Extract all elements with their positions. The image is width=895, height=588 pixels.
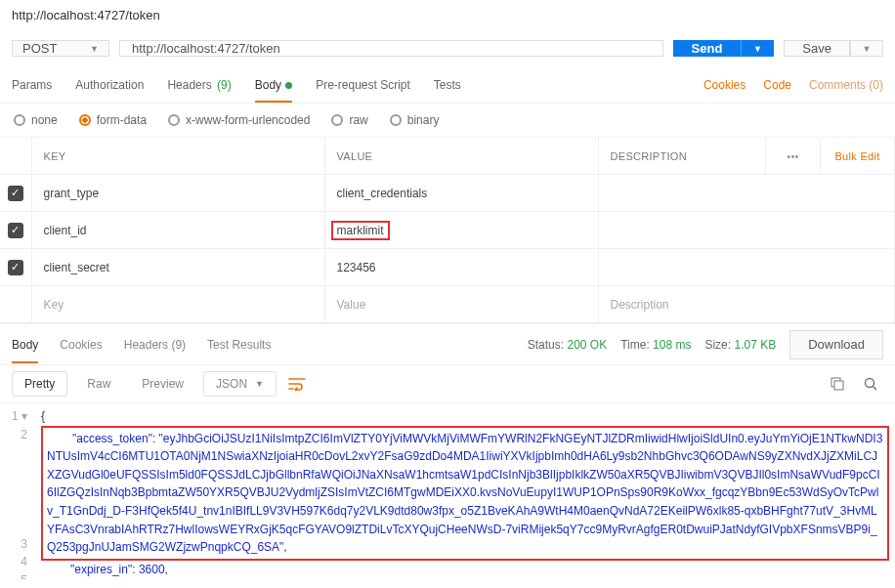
check-header <box>0 138 31 175</box>
svg-rect-1 <box>834 381 843 390</box>
row-checkbox[interactable]: ✓ <box>8 186 23 201</box>
status-meta: Status: 200 OK <box>528 338 607 352</box>
save-options-button[interactable]: ▼ <box>850 40 883 57</box>
copy-button[interactable] <box>825 371 850 397</box>
radio-raw[interactable]: raw <box>331 113 367 127</box>
key-cell[interactable]: grant_type <box>31 175 324 212</box>
chevron-down-icon: ▼ <box>255 379 264 389</box>
save-button[interactable]: Save <box>784 40 850 57</box>
svg-line-3 <box>874 387 877 391</box>
resp-tab-tests[interactable]: Test Results <box>207 326 271 363</box>
key-placeholder[interactable]: Key <box>31 286 324 323</box>
json-value: 3600 <box>139 563 165 576</box>
resp-tab-body[interactable]: Body <box>12 326 38 363</box>
tab-headers-label: Headers <box>167 78 211 92</box>
desc-placeholder[interactable]: Description <box>598 286 895 323</box>
table-row-empty[interactable]: Key Value Description <box>0 286 895 323</box>
row-checkbox[interactable]: ✓ <box>8 223 23 238</box>
table-row[interactable]: ✓ grant_type client_credentials <box>0 175 895 212</box>
size-label: Size: <box>704 338 731 352</box>
tab-tests[interactable]: Tests <box>434 68 461 102</box>
radio-raw-label: raw <box>349 113 367 127</box>
resp-tab-cookies[interactable]: Cookies <box>60 326 102 363</box>
send-button-group: Send ▼ <box>673 40 775 57</box>
radio-xwww-label: x-www-form-urlencoded <box>186 113 310 127</box>
value-placeholder[interactable]: Value <box>324 286 598 323</box>
send-button[interactable]: Send <box>673 40 742 57</box>
radio-form-data[interactable]: form-data <box>79 113 147 127</box>
form-data-table: KEY VALUE DESCRIPTION ••• Bulk Edit ✓ gr… <box>0 137 895 323</box>
view-raw[interactable]: Raw <box>75 372 122 396</box>
table-row[interactable]: ✓ client_id marklimit <box>0 212 895 249</box>
table-row[interactable]: ✓ client_secret 123456 <box>0 249 895 286</box>
radio-formdata-label: form-data <box>97 113 147 127</box>
copy-icon <box>831 377 844 391</box>
cookies-link[interactable]: Cookies <box>703 78 746 92</box>
row-actions-header[interactable]: ••• <box>766 138 821 175</box>
size-value: 1.07 KB <box>734 338 776 352</box>
radio-none[interactable]: none <box>14 113 58 127</box>
search-button[interactable] <box>858 371 883 397</box>
headers-count: (9) <box>217 78 232 92</box>
table-header-row: KEY VALUE DESCRIPTION ••• Bulk Edit <box>0 138 895 175</box>
send-options-button[interactable]: ▼ <box>741 40 774 57</box>
desc-cell[interactable] <box>598 175 895 212</box>
json-key: "access_token" <box>72 432 152 445</box>
response-body: 1 ▾ 2 3 4 5 { "access_token": "eyJhbGciO… <box>0 403 895 579</box>
comments-link[interactable]: Comments (0) <box>809 78 883 92</box>
radio-icon <box>14 114 25 126</box>
tab-authorization[interactable]: Authorization <box>75 68 144 102</box>
view-preview[interactable]: Preview <box>130 372 195 396</box>
time-value: 108 ms <box>653 338 691 352</box>
value-cell[interactable]: marklimit <box>324 212 598 249</box>
radio-icon <box>168 114 180 126</box>
body-activity-dot-icon <box>285 82 292 89</box>
json-value: "eyJhbGciOiJSUzI1NiIsImtpZCI6ImVlZTY0YjV… <box>47 432 882 555</box>
bulk-edit-link[interactable]: Bulk Edit <box>821 138 895 175</box>
chevron-down-icon: ▼ <box>90 44 99 54</box>
url-value: http://localhost:4727/token <box>132 41 280 56</box>
radio-binary[interactable]: binary <box>390 113 440 127</box>
body-type-row: none form-data x-www-form-urlencoded raw… <box>0 104 895 137</box>
size-meta: Size: 1.07 KB <box>704 338 776 352</box>
tab-params[interactable]: Params <box>12 68 52 102</box>
tab-prerequest[interactable]: Pre-request Script <box>316 68 410 102</box>
row-checkbox[interactable]: ✓ <box>8 260 23 275</box>
key-cell[interactable]: client_id <box>31 212 324 249</box>
wrap-toggle-button[interactable] <box>284 371 310 397</box>
save-button-group: Save ▼ <box>784 40 883 57</box>
value-cell[interactable]: 123456 <box>324 249 598 286</box>
desc-cell[interactable] <box>598 249 895 286</box>
key-cell[interactable]: client_secret <box>31 249 324 286</box>
radio-icon <box>331 114 343 126</box>
format-value: JSON <box>216 377 247 391</box>
url-input[interactable]: http://localhost:4727/token <box>119 40 663 57</box>
code-link[interactable]: Code <box>763 78 791 92</box>
resp-headers-count: (9) <box>171 338 186 352</box>
chevron-down-icon: ▼ <box>863 44 872 54</box>
desc-header: DESCRIPTION <box>598 138 766 175</box>
radio-xwww[interactable]: x-www-form-urlencoded <box>168 113 310 127</box>
svg-point-2 <box>866 379 874 388</box>
breadcrumb: http://localhost:4727/token <box>0 0 895 30</box>
value-cell[interactable]: client_credentials <box>324 175 598 212</box>
radio-icon <box>79 114 91 126</box>
view-pretty[interactable]: Pretty <box>12 371 67 397</box>
tab-headers[interactable]: Headers (9) <box>167 68 231 102</box>
desc-cell[interactable] <box>598 212 895 249</box>
radio-none-label: none <box>31 113 58 127</box>
code-content[interactable]: { "access_token": "eyJhbGciOiJSUzI1NiIsI… <box>35 403 895 579</box>
resp-headers-label: Headers <box>124 338 168 352</box>
json-key: "expires_in" <box>70 563 132 576</box>
method-select[interactable]: POST ▼ <box>12 40 109 57</box>
tab-body[interactable]: Body <box>255 68 292 102</box>
format-select[interactable]: JSON▼ <box>203 371 277 397</box>
value-header: VALUE <box>324 138 598 175</box>
request-bar: POST ▼ http://localhost:4727/token Send … <box>0 30 895 66</box>
resp-tab-headers[interactable]: Headers (9) <box>124 326 186 363</box>
search-icon <box>864 377 877 391</box>
request-tabs: Params Authorization Headers (9) Body Pr… <box>0 66 895 104</box>
download-button[interactable]: Download <box>789 330 883 359</box>
response-tabs: Body Cookies Headers (9) Test Results St… <box>0 323 895 364</box>
key-header: KEY <box>31 138 324 175</box>
